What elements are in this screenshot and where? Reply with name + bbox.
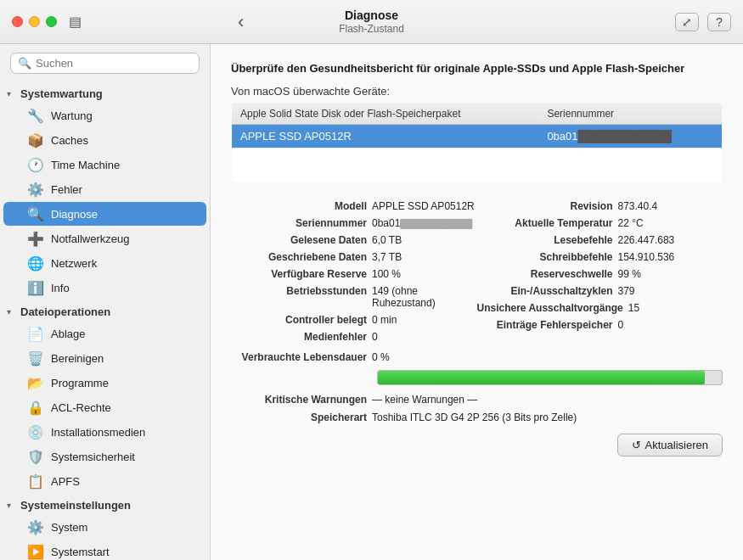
diagnose-icon: 🔍 xyxy=(27,205,44,222)
sidebar-item-label: Time Machine xyxy=(51,159,120,171)
detail-row-unsicher: Unsichere Ausschaltvorgänge 15 xyxy=(477,300,723,316)
sidebar-item-label: Systemsicherheit xyxy=(51,451,135,463)
section-header-systemwartung[interactable]: ▾ Systemwartung xyxy=(0,82,210,103)
sicherheit-icon: 🛡️ xyxy=(27,448,44,465)
section-title: Überprüfe den Gesundheitsbericht für ori… xyxy=(231,61,723,76)
info-row-speicherart: Speicherart Toshiba ITLC 3D G4 2P 256 (3… xyxy=(231,410,723,425)
section-title-dateioperationen: Dateioperationen xyxy=(20,305,110,318)
info-row-warnungen: Kritische Warnungen — keine Warnungen — xyxy=(231,392,723,407)
device-name-cell: APPLE SSD AP0512R xyxy=(232,125,539,148)
time-machine-icon: 🕐 xyxy=(27,156,44,173)
detail-row-fehlereintraege: Einträge Fehlerspeicher 0 xyxy=(477,316,723,333)
titlebar-right-controls: ⤢ ? xyxy=(675,13,731,31)
sidebar-item-ablage[interactable]: 📄 Ablage xyxy=(3,322,206,345)
detail-label-temperatur: Aktuelle Temperatur xyxy=(477,217,613,229)
detail-row-geschrieben: Geschriebene Daten 3,7 TB xyxy=(231,249,477,266)
detail-label-fehlereintraege: Einträge Fehlerspeicher xyxy=(477,319,613,331)
detail-row-schreibbefehle: Schreibbefehle 154.910.536 xyxy=(477,249,723,266)
install-icon: 💿 xyxy=(27,423,44,440)
table-header-device: Apple Solid State Disk oder Flash-Speich… xyxy=(232,104,539,125)
lifespan-progress-track xyxy=(377,370,723,385)
detail-value-medienfehler: 0 xyxy=(372,331,378,343)
section-title-systemeinstellungen: Systemeinstellungen xyxy=(20,499,131,512)
detail-label-einausschalt: Ein-/Ausschaltzyklen xyxy=(477,285,613,297)
empty-cell xyxy=(232,148,539,182)
detail-row-revision: Revision 873.40.4 xyxy=(477,198,723,215)
info-value-warnungen: — keine Warnungen — xyxy=(372,394,477,406)
sidebar-item-fehler[interactable]: ⚙️ Fehler xyxy=(3,177,206,201)
fullscreen-button[interactable]: ⤢ xyxy=(675,13,699,31)
sidebar-item-notfallwerkzeug[interactable]: ➕ Notfallwerkzeug xyxy=(3,227,206,250)
minimize-button[interactable] xyxy=(29,16,40,27)
search-icon: 🔍 xyxy=(18,57,31,70)
table-row-empty xyxy=(232,148,723,182)
detail-value-einausschalt: 379 xyxy=(618,285,635,297)
sidebar-item-label: Systemstart xyxy=(51,546,110,558)
sidebar-item-apfs[interactable]: 📋 APFS xyxy=(3,469,206,493)
detail-row-reserveschwelle: Reserveschwelle 99 % xyxy=(477,266,723,283)
sidebar-item-wartung[interactable]: 🔧 Wartung xyxy=(3,104,206,127)
refresh-icon: ↺ xyxy=(632,439,641,451)
sidebar-item-label: Bereinigen xyxy=(51,352,104,365)
detail-value-fehlereintraege: 0 xyxy=(618,319,624,331)
caches-icon: 📦 xyxy=(27,132,44,148)
programme-icon: 📂 xyxy=(27,374,44,391)
aktualisieren-button[interactable]: ↺ Aktualisieren xyxy=(617,434,723,456)
sidebar-item-systemstart[interactable]: ▶️ Systemstart xyxy=(3,540,206,560)
detail-value-lebensdauer: 0 % xyxy=(372,351,390,363)
sidebar-toggle-button[interactable]: ▤ xyxy=(69,14,82,30)
sidebar-item-bereinigen[interactable]: 🗑️ Bereinigen xyxy=(3,346,206,370)
sidebar-item-label: Netzwerk xyxy=(51,257,97,270)
content-area: Überprüfe den Gesundheitsbericht für ori… xyxy=(211,44,743,560)
systemstart-icon: ▶️ xyxy=(27,543,44,560)
sidebar-item-programme[interactable]: 📂 Programme xyxy=(3,371,206,395)
sidebar-item-diagnose[interactable]: 🔍 Diagnose xyxy=(3,202,206,226)
detail-value-revision: 873.40.4 xyxy=(618,200,658,212)
detail-value-gelesen: 6,0 TB xyxy=(372,234,402,246)
table-row[interactable]: APPLE SSD AP0512R 0ba01████████████ xyxy=(232,125,723,148)
close-button[interactable] xyxy=(12,16,23,27)
sidebar-item-installationsmedien[interactable]: 💿 Installationsmedien xyxy=(3,420,206,444)
titlebar: ▤ ‹ Diagnose Flash-Zustand ⤢ ? xyxy=(0,0,743,44)
info-value-speicherart: Toshiba ITLC 3D G4 2P 256 (3 Bits pro Ze… xyxy=(372,412,577,423)
detail-value-seriennummer: 0ba01████████████ xyxy=(372,217,472,229)
sidebar-item-acl-rechte[interactable]: 🔒 ACL-Rechte xyxy=(3,395,206,419)
aktualisieren-label: Aktualisieren xyxy=(645,439,708,451)
info-label-speicherart: Speicherart xyxy=(231,412,367,423)
sidebar-item-info[interactable]: ℹ️ Info xyxy=(3,276,206,300)
detail-label-lesebefehle: Lesebefehle xyxy=(477,234,613,246)
detail-label-betriebsstunden: Betriebsstunden xyxy=(231,285,367,297)
sidebar-item-label: Ablage xyxy=(51,328,85,340)
section-header-systemeinstellungen[interactable]: ▾ Systemeinstellungen xyxy=(0,494,210,514)
sidebar-item-time-machine[interactable]: 🕐 Time Machine xyxy=(3,153,206,176)
sidebar-item-systemsicherheit[interactable]: 🛡️ Systemsicherheit xyxy=(3,445,206,468)
detail-label-lebensdauer: Verbrauchte Lebensdauer xyxy=(231,351,367,363)
search-wrap[interactable]: 🔍 xyxy=(10,53,200,74)
window-controls xyxy=(12,16,57,27)
detail-label-controller: Controller belegt xyxy=(231,314,367,326)
lifespan-progress-fill xyxy=(378,371,705,384)
titlebar-center: Diagnose Flash-Zustand xyxy=(339,8,404,36)
info-label-warnungen: Kritische Warnungen xyxy=(231,394,367,406)
detail-row-reserve: Verfügbare Reserve 100 % xyxy=(231,266,477,283)
info-icon: ℹ️ xyxy=(27,279,44,296)
netzwerk-icon: 🌐 xyxy=(27,255,44,272)
detail-row-einausschalt: Ein-/Ausschaltzyklen 379 xyxy=(477,283,723,300)
sidebar-item-label: Programme xyxy=(51,377,109,389)
sidebar-item-netzwerk[interactable]: 🌐 Netzwerk xyxy=(3,251,206,275)
maximize-button[interactable] xyxy=(46,16,57,27)
sidebar-item-system[interactable]: ⚙️ System xyxy=(3,515,206,539)
detail-label-gelesen: Gelesene Daten xyxy=(231,234,367,246)
section-header-dateioperationen[interactable]: ▾ Dateioperationen xyxy=(0,300,210,321)
detail-value-unsicher: 15 xyxy=(628,302,639,314)
detail-label-geschrieben: Geschriebene Daten xyxy=(231,251,367,263)
help-button[interactable]: ? xyxy=(707,13,731,31)
search-input[interactable] xyxy=(36,57,192,70)
sidebar: 🔍 ▾ Systemwartung 🔧 Wartung 📦 Caches 🕐 T… xyxy=(0,44,211,560)
main-layout: 🔍 ▾ Systemwartung 🔧 Wartung 📦 Caches 🕐 T… xyxy=(0,44,743,560)
system-icon: ⚙️ xyxy=(27,518,44,535)
detail-row-gelesen: Gelesene Daten 6,0 TB xyxy=(231,232,477,249)
sidebar-item-caches[interactable]: 📦 Caches xyxy=(3,128,206,152)
device-table: Apple Solid State Disk oder Flash-Speich… xyxy=(231,103,723,182)
back-button[interactable]: ‹ xyxy=(238,11,244,33)
